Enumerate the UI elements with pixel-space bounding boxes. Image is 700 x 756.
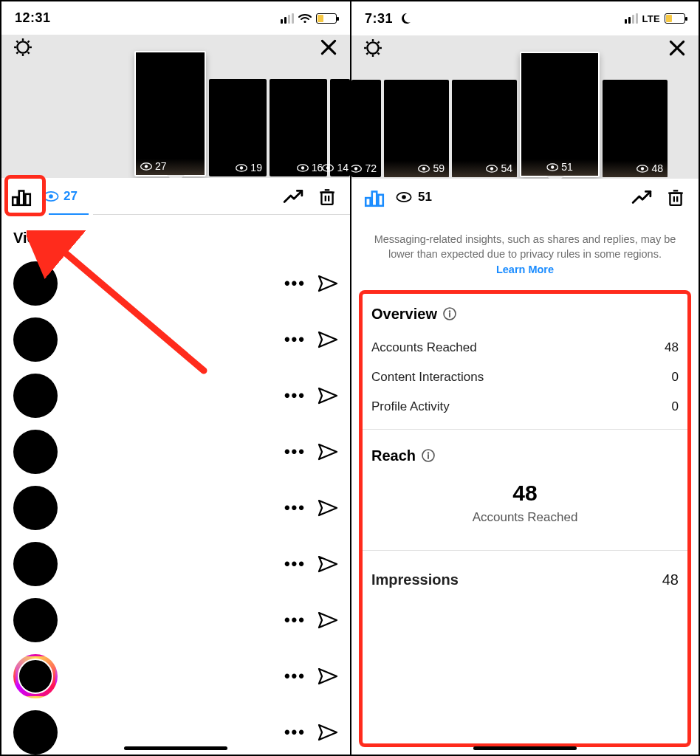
avatar[interactable] <box>13 317 58 362</box>
story-thumb-selected[interactable]: 27 <box>134 51 206 176</box>
send-icon[interactable] <box>318 555 338 573</box>
overview-row[interactable]: Accounts Reached 48 <box>371 333 679 362</box>
send-icon[interactable] <box>318 275 338 292</box>
send-icon[interactable] <box>318 667 338 685</box>
do-not-disturb-icon <box>399 12 412 25</box>
trend-up-icon <box>631 190 652 205</box>
overview-row[interactable]: Profile Activity 0 <box>371 392 679 422</box>
story-thumb[interactable]: 14 <box>330 79 350 176</box>
insights-tab-button[interactable] <box>362 185 387 210</box>
view-count: 27 <box>64 189 78 204</box>
viewer-row[interactable]: ••• <box>1 536 350 592</box>
overview-heading: Overview <box>371 301 679 333</box>
story-thumb[interactable]: 19 <box>209 79 267 176</box>
viewer-row[interactable]: ••• <box>1 368 350 424</box>
avatar[interactable] <box>13 654 58 698</box>
info-icon[interactable] <box>443 307 456 320</box>
battery-icon <box>316 13 337 24</box>
story-thumb-selected[interactable]: 51 <box>520 52 600 177</box>
story-thumb-views: 27 <box>140 160 167 172</box>
left-phone: 12:31 <box>1 1 350 755</box>
trend-up-icon <box>283 189 303 204</box>
info-icon[interactable] <box>422 449 435 462</box>
wifi-icon <box>298 13 312 24</box>
avatar[interactable] <box>13 542 58 586</box>
home-indicator[interactable] <box>473 746 577 750</box>
viewer-row[interactable]: ••• <box>1 255 350 312</box>
bar-chart-icon <box>363 187 385 207</box>
viewer-row[interactable]: ••• <box>1 648 350 704</box>
viewer-row[interactable]: ••• <box>1 592 350 648</box>
status-bar: 7:31 LTE <box>351 1 699 35</box>
battery-icon <box>665 13 685 24</box>
impressions-row[interactable]: Impressions 48 <box>371 564 679 596</box>
more-button[interactable]: ••• <box>284 724 306 740</box>
reach-heading: Reach <box>371 443 679 475</box>
story-thumb[interactable]: 16 <box>270 79 327 176</box>
story-thumb[interactable]: 54 <box>452 80 517 177</box>
delete-story-button[interactable] <box>315 184 340 209</box>
network-label: LTE <box>642 13 661 24</box>
send-icon[interactable] <box>318 443 338 461</box>
insights-toolbar: 51 <box>351 179 699 216</box>
more-button[interactable]: ••• <box>284 612 306 628</box>
signal-icon <box>625 13 638 24</box>
story-strip-area: 27 19 16 14 <box>1 35 350 178</box>
status-time: 7:31 <box>365 11 393 27</box>
more-button[interactable]: ••• <box>284 275 306 292</box>
eye-icon <box>396 192 412 202</box>
insights-toolbar: 27 <box>1 178 350 215</box>
viewers-list[interactable]: ••• ••• ••• ••• ••• <box>1 255 350 755</box>
avatar[interactable] <box>13 430 58 474</box>
reach-number: 48 <box>371 475 679 506</box>
more-button[interactable]: ••• <box>284 388 306 404</box>
viewer-row[interactable]: ••• <box>1 312 350 368</box>
viewer-row[interactable]: ••• <box>1 480 350 536</box>
more-button[interactable]: ••• <box>284 444 306 460</box>
viewers-tab-button[interactable]: 51 <box>396 190 432 205</box>
viewers-tab-button[interactable]: 27 <box>43 189 78 204</box>
more-button[interactable]: ••• <box>284 668 306 684</box>
send-icon[interactable] <box>318 611 338 629</box>
viewers-title: Viewers <box>1 215 350 255</box>
send-icon[interactable] <box>318 499 338 517</box>
send-icon[interactable] <box>318 387 338 405</box>
story-strip-area: 72 59 54 51 <box>351 35 699 179</box>
overview-row[interactable]: Content Interactions 0 <box>371 362 679 392</box>
avatar[interactable] <box>13 710 58 755</box>
story-thumb[interactable]: 59 <box>384 80 449 177</box>
status-time: 12:31 <box>15 10 51 26</box>
story-thumb[interactable]: 72 <box>351 80 381 177</box>
signal-icon <box>281 13 294 24</box>
trash-icon <box>318 187 337 206</box>
share-trend-button[interactable] <box>281 184 306 209</box>
reach-sub: Accounts Reached <box>371 506 679 546</box>
privacy-notice: Messaging-related insights, such as shar… <box>351 216 699 290</box>
share-trend-button[interactable] <box>629 185 654 210</box>
avatar[interactable] <box>13 486 58 530</box>
delete-story-button[interactable] <box>663 185 688 210</box>
home-indicator[interactable] <box>124 746 227 750</box>
annotation-highlight <box>4 175 46 216</box>
more-button[interactable]: ••• <box>284 556 306 572</box>
avatar[interactable] <box>13 261 58 306</box>
viewer-row[interactable]: ••• <box>1 424 350 480</box>
more-button[interactable]: ••• <box>284 331 306 348</box>
insights-panel: Overview Accounts Reached 48 Content Int… <box>359 290 691 747</box>
status-bar: 12:31 <box>1 1 350 35</box>
trash-icon <box>666 188 685 207</box>
right-phone: 7:31 LTE 72 <box>350 1 699 755</box>
more-button[interactable]: ••• <box>284 500 306 516</box>
avatar[interactable] <box>13 374 58 418</box>
send-icon[interactable] <box>318 724 338 741</box>
story-thumb[interactable]: 48 <box>603 80 668 177</box>
avatar[interactable] <box>13 598 58 642</box>
view-count: 51 <box>418 190 432 205</box>
learn-more-link[interactable]: Learn More <box>496 264 554 275</box>
send-icon[interactable] <box>318 331 338 348</box>
